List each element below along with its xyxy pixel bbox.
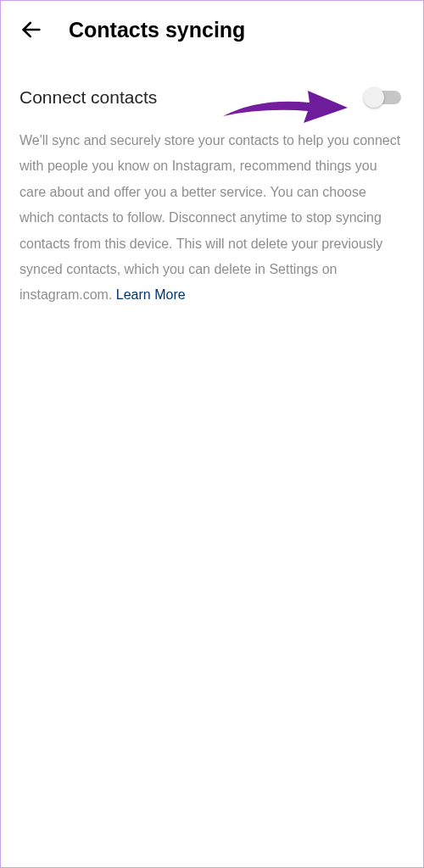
setting-description: We'll sync and securely store your conta… xyxy=(1,116,423,309)
connect-contacts-row: Connect contacts xyxy=(1,55,423,116)
page-title: Contacts syncing xyxy=(69,18,245,42)
setting-label: Connect contacts xyxy=(20,87,157,108)
back-button[interactable] xyxy=(18,16,45,43)
toggle-thumb xyxy=(364,87,384,108)
connect-contacts-toggle[interactable] xyxy=(364,89,404,106)
header: Contacts syncing xyxy=(1,1,423,55)
arrow-left-icon xyxy=(20,18,43,42)
learn-more-link[interactable]: Learn More xyxy=(116,287,186,302)
description-text: We'll sync and securely store your conta… xyxy=(20,133,400,302)
